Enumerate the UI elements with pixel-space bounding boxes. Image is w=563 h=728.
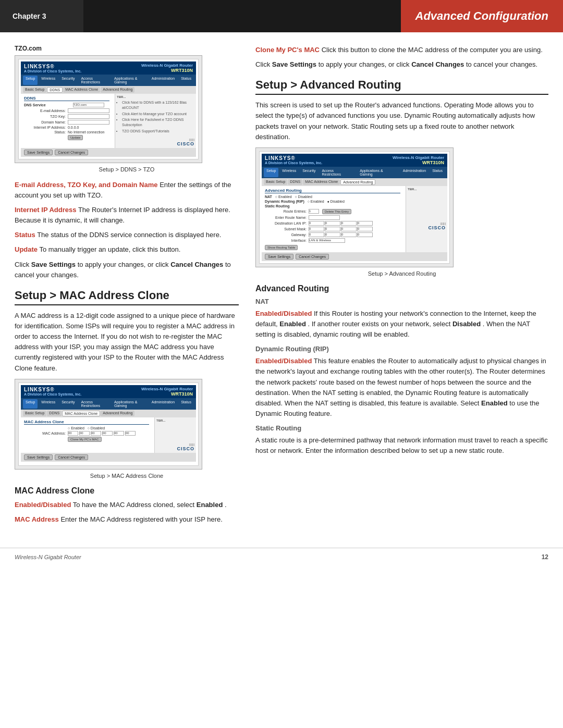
status-value: No Internet connection	[68, 130, 104, 134]
adv-cancel-changes-btn[interactable]: Cancel Changes	[296, 254, 329, 260]
mac-oct5[interactable]: 00	[114, 431, 124, 436]
adv-tab-basic-setup: Basic Setup	[264, 179, 287, 185]
status-row: Status: No Internet connection	[24, 130, 109, 134]
adv-router-brand-bar: LINKSYS® A Division of Cisco Systems, In…	[262, 154, 447, 167]
save-text2: Click	[255, 60, 272, 68]
adv-routing-heading-text: Setup > Advanced Routing	[255, 78, 401, 91]
tzo-descriptions: E-mail Address, TZO Key, and Domain Name…	[15, 180, 239, 280]
status-desc-para: Status The status of the DDNS service co…	[15, 230, 239, 240]
cancel-changes-btn[interactable]: Cancel Changes	[55, 150, 88, 155]
domain-name-input[interactable]	[68, 120, 109, 125]
cisco-division: A Division of Cisco Systems, Inc.	[24, 69, 81, 73]
mac-oct1[interactable]: 00	[68, 431, 78, 436]
nav-security: Security	[59, 76, 77, 85]
page-footer: Wireless-N Gigabit Router 12	[0, 548, 563, 566]
route-name-input[interactable]	[309, 215, 340, 220]
email-input[interactable]	[68, 108, 109, 113]
static-routing-content: A static route is a pre-determined pathw…	[255, 435, 548, 456]
gw4[interactable]: 0	[357, 232, 373, 237]
delete-entry-btn[interactable]: Delete This Entry	[322, 209, 351, 214]
dest-ip3[interactable]: 0	[341, 221, 357, 226]
cisco-branding: |||||||| CISCO	[117, 138, 194, 146]
update-term: Update	[15, 245, 38, 253]
mac-nav-wireless: Wireless	[39, 399, 58, 409]
gw3[interactable]: 0	[341, 232, 357, 237]
save-middle2: to apply your changes, or click	[316, 60, 411, 68]
mac-router-brand-bar: LINKSYS® A Division of Cisco Systems, In…	[21, 385, 196, 398]
mac-address-fields: 00 00 00 00 00 00	[68, 431, 136, 436]
nat-enabled-term: Enabled/Disabled	[255, 310, 312, 317]
left-column: TZO.com LINKSYS® A Division of Cisco Sys…	[15, 45, 239, 530]
subnet3[interactable]: 0	[341, 227, 357, 231]
internet-ip-label: Internet IP Address:	[24, 126, 66, 129]
route-entries-input[interactable]: 1	[309, 209, 319, 214]
footer-buttons: Save Settings Cancel Changes	[24, 150, 88, 155]
nav-status: Status	[178, 76, 194, 85]
subnet-mask-row: Subnet Mask: 0 0 0 0	[265, 227, 400, 231]
subnet4[interactable]: 0	[357, 227, 373, 231]
nav-apps: Applications & Gaming	[112, 76, 148, 85]
ddns-service-input[interactable]: TZO.com	[73, 103, 104, 107]
tzo-router-screenshot: LINKSYS® A Division of Cisco Systems, In…	[15, 55, 202, 163]
internet-ip-term: Internet IP Address	[15, 206, 76, 214]
ddns-section-title: DDNS	[24, 96, 109, 101]
subnet2[interactable]: 0	[325, 227, 340, 231]
dest-ip1[interactable]: 0	[309, 221, 324, 226]
dynamic-routing-subheading: Dynamic Routing (RIP)	[255, 345, 548, 353]
route-name-label: Enter Route Name:	[265, 216, 307, 219]
static-routing-subheading: Static Routing	[255, 424, 548, 432]
mac-nav-apps: Applications & Gaming	[112, 399, 148, 409]
mac-cisco-division: A Division of Cisco Systems, Inc.	[24, 392, 81, 396]
clone-mac-desc-block: Clone My PC's MAC Click this button to c…	[255, 45, 548, 70]
right-column: Clone My PC's MAC Click this button to c…	[255, 45, 548, 530]
save-settings-btn[interactable]: Save Settings	[24, 150, 53, 155]
subnet1[interactable]: 0	[309, 227, 324, 231]
mac-cisco-branding: |||||||| CISCO	[156, 443, 194, 451]
dest-ip4[interactable]: 0	[357, 221, 373, 226]
internet-ip-desc-para: Internet IP Address The Router's Interne…	[15, 205, 239, 226]
adv-router-footer: Save Settings Cancel Changes	[262, 252, 447, 261]
route-name-row: Enter Route Name:	[265, 215, 400, 220]
tzo-key-row: TZO Key:	[24, 114, 109, 119]
mac-router-tabs: Basic Setup DDNS MAC Address Clone Advan…	[21, 410, 196, 417]
interface-select[interactable]: LAN & Wireless	[309, 238, 345, 243]
nav-admin: Administration	[149, 76, 177, 85]
mac-oct4[interactable]: 00	[102, 431, 113, 436]
clone-my-pc-mac-button[interactable]: Clone My PC's MAC	[68, 437, 102, 442]
adv-routing-router-inner: LINKSYS® A Division of Cisco Systems, In…	[259, 151, 450, 264]
show-routing-table-btn[interactable]: Show Routing Table	[265, 245, 298, 250]
adv-save-settings-btn[interactable]: Save Settings	[265, 254, 293, 260]
mac-tab-ddns: DDNS	[47, 411, 62, 416]
router-right-panel: TBR... Click Next to DDNS with a 123/162…	[115, 94, 196, 148]
router-tabs: Basic Setup DDNS MAC Address Clone Advan…	[21, 86, 196, 94]
adv-static-routing-label: Static Routing	[265, 204, 400, 208]
adv-router-nav: Setup Wireless Security Access Restricti…	[262, 167, 447, 178]
mac-nav-setup: Setup	[23, 399, 38, 409]
update-button[interactable]: Update	[68, 135, 83, 140]
save-cancel-para2: Click Save Settings to apply your change…	[255, 59, 548, 70]
mac-oct2[interactable]: 00	[79, 431, 90, 436]
mac-oct6[interactable]: 00	[125, 431, 136, 436]
nat-enabled-mid: . If another router exists on your netwo…	[308, 320, 452, 328]
mac-clone-caption: Setup > MAC Address Clone	[15, 473, 239, 479]
mac-save-settings-btn[interactable]: Save Settings	[24, 454, 53, 460]
mac-tab-adv-routing: Advanced Routing	[101, 411, 134, 416]
adv-nav-wireless: Wireless	[279, 168, 299, 177]
mac-oct3[interactable]: 00	[91, 431, 101, 436]
nav-setup: Setup	[23, 76, 38, 85]
nat-enabled-para: Enabled/Disabled If this Router is hosti…	[255, 309, 548, 340]
update-desc-para: Update To manually trigger an update, cl…	[15, 244, 239, 255]
mac-cancel-changes-btn[interactable]: Cancel Changes	[55, 454, 88, 460]
adv-dynamic-routing: Dynamic Routing (RIP) ○ Enabled ● Disabl…	[265, 200, 400, 203]
adv-router-model-number: WRT310N	[393, 160, 444, 165]
adv-routing-caption-value: Setup > Advanced Routing	[368, 270, 436, 277]
dest-ip2[interactable]: 0	[325, 221, 340, 226]
mac-clone-router-inner: LINKSYS® A Division of Cisco Systems, In…	[18, 382, 199, 466]
tzo-key-input[interactable]	[68, 114, 109, 119]
gw2[interactable]: 0	[325, 232, 340, 237]
mac-nav-status: Status	[178, 399, 194, 409]
linksys-logo: LINKSYS®	[24, 64, 81, 69]
tzo-caption-value: Setup > DDNS > TZO	[99, 166, 155, 172]
gw1[interactable]: 0	[309, 232, 324, 237]
save-end2: to cancel your changes.	[464, 60, 537, 68]
